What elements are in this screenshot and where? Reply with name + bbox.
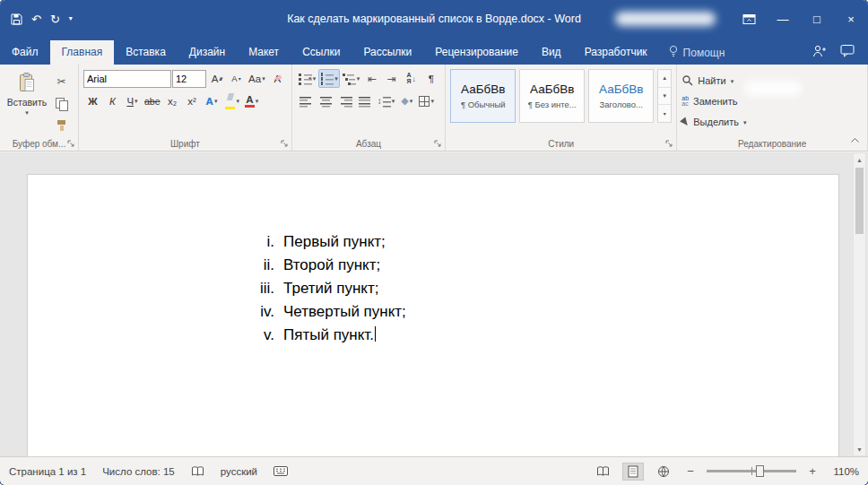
document-area[interactable]: i. Первый пункт; ii. Второй пункт; iii. … <box>0 152 868 456</box>
line-spacing-lines-icon <box>383 95 391 108</box>
minimize-button[interactable]: — <box>766 0 800 38</box>
highlight-button[interactable]: ▾ <box>222 91 242 110</box>
clear-formatting-button[interactable]: А <box>268 69 287 88</box>
font-color-button[interactable]: А▾ <box>242 91 261 110</box>
collapse-ribbon-icon[interactable] <box>850 131 860 147</box>
zoom-in-button[interactable]: + <box>805 464 820 478</box>
select-button[interactable]: Выделить ▾ <box>681 114 746 130</box>
paste-button[interactable]: Вставить ▾ <box>4 69 49 135</box>
font-family-combo[interactable]: ▾ <box>83 70 171 88</box>
paragraph-dialog-launcher[interactable] <box>434 140 442 148</box>
styles-scroll-up-icon[interactable]: ▲ <box>658 70 671 88</box>
cut-button[interactable]: ✂ <box>52 72 71 91</box>
multilevel-dropdown-icon: ▾ <box>357 75 360 82</box>
zoom-slider[interactable] <box>707 470 796 472</box>
clipboard-dialog-launcher[interactable] <box>67 140 75 148</box>
word-count[interactable]: Число слов: 15 <box>102 466 175 477</box>
ribbon-display-options-icon[interactable] <box>732 0 766 38</box>
zoom-out-button[interactable]: − <box>683 464 698 478</box>
shrink-font-letter: А <box>231 74 237 83</box>
styles-dialog-launcher[interactable] <box>665 140 673 148</box>
bold-button[interactable]: Ж <box>83 91 102 110</box>
page-indicator[interactable]: Страница 1 из 1 <box>9 466 86 477</box>
tab-layout[interactable]: Макет <box>237 40 291 65</box>
superscript-button[interactable]: х² <box>183 91 202 110</box>
undo-icon[interactable]: ↶ <box>31 13 41 25</box>
web-layout-button[interactable] <box>653 463 674 481</box>
close-button[interactable]: × <box>834 0 868 38</box>
tab-design[interactable]: Дизайн <box>178 40 237 65</box>
paste-dropdown-icon[interactable]: ▾ <box>25 109 29 116</box>
justify-button[interactable] <box>356 91 375 110</box>
font-size-combo[interactable]: ▾ <box>172 70 206 88</box>
decrease-indent-button[interactable]: ⇤ <box>362 69 381 88</box>
grow-font-button[interactable]: А▴ <box>207 69 226 88</box>
redo-icon[interactable]: ↻ <box>50 13 60 25</box>
change-case-button[interactable]: Аа▾ <box>247 69 267 88</box>
language-indicator[interactable]: русский <box>221 466 257 477</box>
tab-insert[interactable]: Вставка <box>114 40 178 65</box>
title-bar: ↶ ↻ ▾ Как сделать маркированный список в… <box>0 0 868 38</box>
save-icon[interactable] <box>11 13 22 25</box>
replace-button[interactable]: abac Заменить <box>681 93 746 109</box>
style-normal[interactable]: АаБбВв ¶ Обычный <box>450 69 516 123</box>
list-item[interactable]: iii. Третий пункт; <box>28 277 838 300</box>
list-text: Первый пункт; <box>283 230 386 254</box>
list-item[interactable]: ii. Второй пункт; <box>28 254 838 277</box>
styles-more-icon[interactable]: ▾ <box>658 105 671 122</box>
zoom-slider-handle[interactable] <box>756 465 764 477</box>
style-no-spacing[interactable]: АаБбВв ¶ Без инте... <box>519 69 585 123</box>
print-layout-button[interactable] <box>622 463 644 481</box>
scrollbar-thumb[interactable] <box>855 168 864 234</box>
tab-home[interactable]: Главная <box>50 40 115 65</box>
maximize-button[interactable]: □ <box>800 0 834 38</box>
strikethrough-button[interactable]: abe <box>143 91 162 110</box>
italic-button[interactable]: К <box>103 91 122 110</box>
scroll-down-icon[interactable]: ▼ <box>854 443 865 455</box>
underline-button[interactable]: Ч▾ <box>123 91 142 110</box>
increase-indent-button[interactable]: ⇥ <box>382 69 401 88</box>
copy-button[interactable] <box>52 94 71 113</box>
multilevel-list-button[interactable]: ▾ <box>341 69 362 88</box>
tab-file[interactable]: Файл <box>0 40 50 65</box>
list-item[interactable]: iv. Четвертый пункт; <box>28 300 838 324</box>
tab-references[interactable]: Ссылки <box>291 40 352 65</box>
subscript-button[interactable]: х₂ <box>163 91 182 110</box>
shrink-font-button[interactable]: А▾ <box>227 69 246 88</box>
bullets-button[interactable]: ▾ <box>297 69 318 88</box>
proofing-status-icon[interactable] <box>191 466 204 477</box>
align-right-button[interactable] <box>336 91 355 110</box>
scroll-up-icon[interactable]: ▲ <box>854 153 865 166</box>
style-heading1[interactable]: АаБбВв Заголово... <box>588 69 654 123</box>
tab-view[interactable]: Вид <box>530 40 573 65</box>
find-button[interactable]: Найти ▾ <box>681 73 746 89</box>
vertical-scrollbar[interactable]: ▲ ▼ <box>853 152 866 456</box>
customize-qat-icon[interactable]: ▾ <box>69 15 73 22</box>
format-painter-button[interactable] <box>52 117 71 135</box>
list-item[interactable]: i. Первый пункт; <box>28 230 838 254</box>
line-spacing-button[interactable]: ↕▾ <box>376 91 397 110</box>
zoom-level[interactable]: 110% <box>829 466 859 477</box>
tab-mailings[interactable]: Рассылки <box>352 40 423 65</box>
share-person-icon[interactable] <box>812 45 828 61</box>
list-item[interactable]: v. Пятый пункт. <box>28 324 838 347</box>
read-mode-button[interactable] <box>592 463 613 481</box>
keyboard-indicator-icon[interactable] <box>273 466 288 476</box>
tab-developer[interactable]: Разработчик <box>573 40 659 65</box>
font-dialog-launcher[interactable] <box>281 140 289 148</box>
list-marker: iv. <box>28 300 274 324</box>
borders-button[interactable]: ▾ <box>417 91 436 110</box>
sort-button[interactable]: АЯ↓ <box>402 69 421 88</box>
tab-review[interactable]: Рецензирование <box>423 40 530 65</box>
show-marks-button[interactable]: ¶ <box>421 69 440 88</box>
align-center-button[interactable] <box>317 91 335 110</box>
tell-me-assistant[interactable]: Помощн <box>659 40 734 65</box>
document-page[interactable]: i. Первый пункт; ii. Второй пункт; iii. … <box>27 174 839 456</box>
shading-button[interactable]: ◆▾ <box>397 91 416 110</box>
comments-icon[interactable] <box>840 44 855 61</box>
align-left-button[interactable] <box>297 91 316 110</box>
text-effects-button[interactable]: А▾ <box>203 91 221 110</box>
styles-scroll-down-icon[interactable]: ▼ <box>658 88 671 106</box>
shading-dropdown-icon: ▾ <box>410 98 413 104</box>
numbering-button[interactable]: ▾ <box>318 69 340 88</box>
